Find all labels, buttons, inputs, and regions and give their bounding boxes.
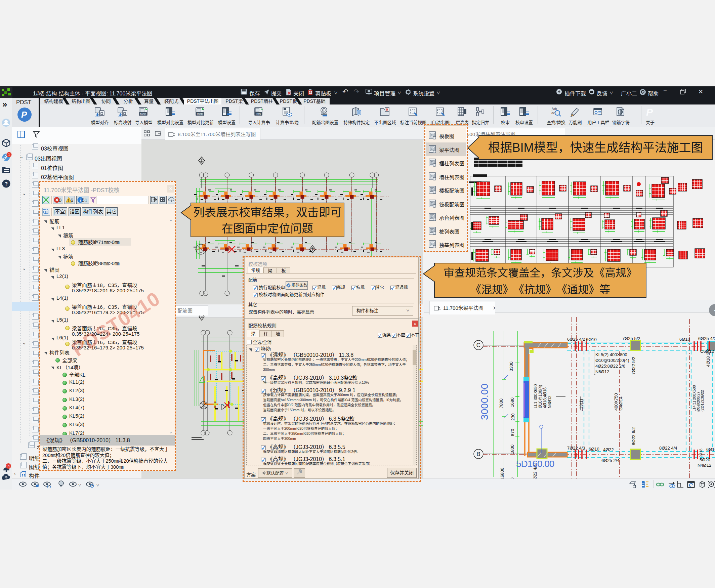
svg-text:6Ø25 4/2: 6Ø25 4/2 [567,337,585,342]
svg-text:G4Ø14: G4Ø14 [618,397,623,411]
svg-text:(2Ø12);3Ø22: (2Ø12);3Ø22 [700,390,704,412]
svg-text:N4Ø12: N4Ø12 [697,463,711,468]
svg-text:7Ø25 5/2: 7Ø25 5/2 [622,336,640,341]
svg-text:1: 1 [8,152,10,156]
svg-text:6Ø10: 6Ø10 [589,446,600,451]
svg-text:230: 230 [510,413,516,421]
svg-text:ƒab: ƒab [551,107,557,111]
svg-text:8Ø22 4/4: 8Ø22 4/4 [659,445,677,450]
svg-text:99: 99 [6,464,10,468]
svg-text:2Ø18: 2Ø18 [699,448,703,458]
svg-text:6Ø10: 6Ø10 [586,337,597,342]
svg-text:7800: 7800 [499,399,504,408]
svg-text:MOD: MOD [140,112,147,115]
svg-text:4Ø18;4Ø18: 4Ø18;4Ø18 [543,387,547,408]
svg-text:N4Ø12: N4Ø12 [547,396,552,408]
svg-text:7Ø22 4/3: 7Ø22 4/3 [567,445,585,450]
svg-text:3000.00: 3000.00 [479,384,490,420]
svg-text:B: B [477,451,480,457]
svg-text:400X750: 400X750 [613,393,618,411]
svg-text:C: C [477,342,481,349]
svg-text:8Ø22 6/2: 8Ø22 6/2 [631,427,636,445]
svg-text:1680: 1680 [510,398,515,407]
svg-text:4Ø18 2/2: 4Ø18 2/2 [706,349,711,367]
svg-text:LL1 300X650: LL1 300X650 [533,384,538,408]
svg-text:L14(1) 200X500: L14(1) 200X500 [692,385,696,412]
svg-text:JSS: JSS [256,112,261,115]
svg-text:Ø10@100/200(4): Ø10@100/200(4) [595,358,629,363]
svg-text:870: 870 [510,429,515,436]
svg-text:N6Ø12: N6Ø12 [595,369,609,374]
svg-text:4Ø25;8Ø22 2/6: 4Ø25;8Ø22 2/6 [595,363,625,369]
svg-text:MOD: MOD [197,112,203,115]
svg-text:P: P [646,106,653,118]
svg-text:6Ø10: 6Ø10 [679,337,690,342]
svg-text:2400: 2400 [510,478,515,479]
svg-text:1800: 1800 [510,444,515,454]
svg-text:Ø10@100(4): Ø10@100(4) [538,385,543,408]
svg-text:?: ? [5,181,8,187]
svg-text:7Ø22 5/2: 7Ø22 5/2 [631,357,636,375]
svg-text:3300: 3300 [509,361,514,371]
svg-text:L13(1): L13(1) [579,399,584,412]
svg-text:5Ø20: 5Ø20 [699,457,710,462]
svg-text:ac: ac [551,111,555,115]
svg-text:6Ø25 4/2: 6Ø25 4/2 [698,336,715,341]
svg-text:5D160.00: 5D160.00 [516,459,554,469]
svg-text:6Ø25 2/4: 6Ø25 2/4 [602,458,619,463]
svg-text:4Ø22: 4Ø22 [603,447,614,452]
svg-text:KL5(2) 400X800: KL5(2) 400X800 [595,352,627,357]
svg-text:6Ø10: 6Ø10 [706,447,715,452]
svg-text:Ø8@200(2): Ø8@200(2) [696,392,700,412]
svg-text:16800: 16800 [500,468,505,479]
